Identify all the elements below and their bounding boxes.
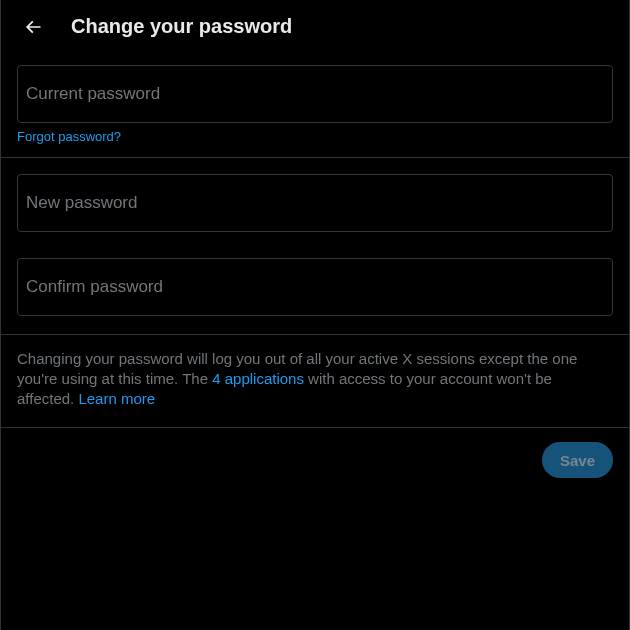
- applications-link[interactable]: 4 applications: [212, 370, 304, 387]
- forgot-password-link[interactable]: Forgot password?: [17, 129, 121, 144]
- info-text: Changing your password will log you out …: [1, 335, 629, 428]
- new-password-section: New password Confirm password: [1, 158, 629, 335]
- new-password-field[interactable]: New password: [17, 174, 613, 232]
- page-title: Change your password: [71, 15, 292, 38]
- back-arrow-icon: [23, 17, 43, 37]
- actions-row: Save: [1, 428, 629, 492]
- confirm-password-label: Confirm password: [26, 277, 163, 297]
- current-password-section: Current password Forgot password?: [1, 53, 629, 158]
- current-password-field[interactable]: Current password: [17, 65, 613, 123]
- new-password-label: New password: [26, 193, 138, 213]
- page-header: Change your password: [1, 0, 629, 53]
- confirm-password-field[interactable]: Confirm password: [17, 258, 613, 316]
- back-button[interactable]: [15, 9, 51, 45]
- current-password-label: Current password: [26, 84, 160, 104]
- learn-more-link[interactable]: Learn more: [78, 390, 155, 407]
- page-container: Change your password Current password Fo…: [0, 0, 630, 630]
- save-button[interactable]: Save: [542, 442, 613, 478]
